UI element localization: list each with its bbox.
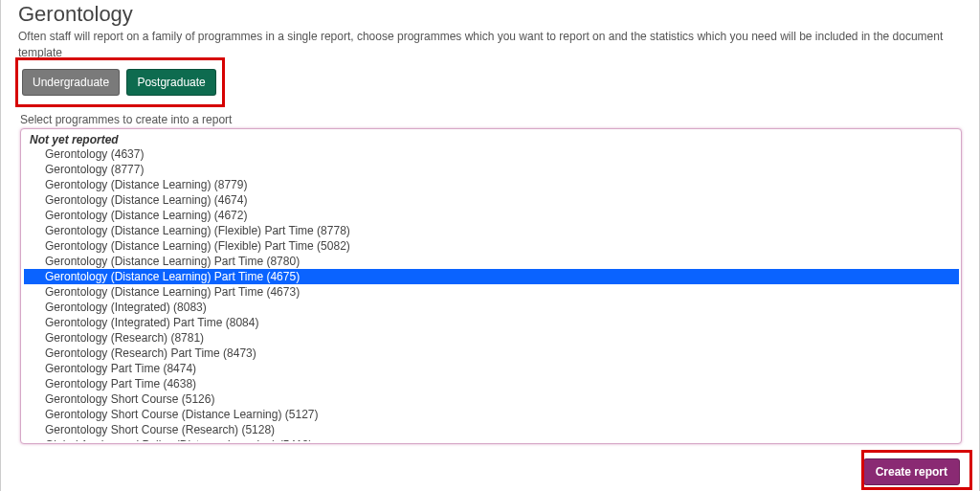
programme-option[interactable]: Gerontology (Integrated) Part Time (8084… [24,315,959,330]
programme-option[interactable]: Gerontology Short Course (5126) [24,391,959,407]
programme-option[interactable]: Gerontology (Distance Learning) (Flexibl… [24,223,959,238]
page-subtitle: Often staff will report on a family of p… [18,29,962,61]
undergraduate-button[interactable]: Undergraduate [22,69,120,96]
programme-option[interactable]: Gerontology (Research) (8781) [24,330,959,346]
create-report-button[interactable]: Create report [863,458,960,485]
programme-option[interactable]: Gerontology Part Time (8474) [24,361,959,376]
programme-option[interactable]: Gerontology (Distance Learning) Part Tim… [24,284,959,300]
programme-option[interactable]: Gerontology (Distance Learning) (4674) [24,192,959,208]
programme-listbox-scroll[interactable]: Not yet reported Gerontology (4637)Geron… [24,131,959,441]
programme-option[interactable]: Gerontology Short Course (Research) (512… [24,422,959,437]
footer-actions: Create report [863,458,964,485]
postgraduate-button[interactable]: Postgraduate [126,69,215,96]
programme-option[interactable]: Gerontology (Distance Learning) (4672) [24,208,959,223]
page-root: Gerontology Often staff will report on a… [0,0,980,491]
programme-option[interactable]: Gerontology (Integrated) (8083) [24,300,959,315]
programme-option[interactable]: Gerontology Part Time (4638) [24,376,959,391]
programme-option[interactable]: Gerontology (Distance Learning) Part Tim… [24,269,959,284]
programme-option[interactable]: Gerontology (8777) [24,162,959,177]
programme-option[interactable]: Gerontology (Distance Learning) (8779) [24,177,959,192]
programme-option[interactable]: Global Ageing and Policy (Distance Learn… [24,437,959,441]
programme-option[interactable]: Gerontology (4637) [24,146,959,162]
programme-option[interactable]: Gerontology (Distance Learning) Part Tim… [24,254,959,269]
page-title: Gerontology [18,0,962,27]
filter-button-row: Undergraduate Postgraduate [22,69,220,96]
programme-option[interactable]: Gerontology (Distance Learning) (Flexibl… [24,238,959,254]
option-group-label: Not yet reported [24,131,959,146]
programme-option[interactable]: Gerontology (Research) Part Time (8473) [24,346,959,361]
programme-select-label: Select programmes to create into a repor… [20,113,232,126]
programme-option[interactable]: Gerontology Short Course (Distance Learn… [24,407,959,422]
programme-listbox[interactable]: Not yet reported Gerontology (4637)Geron… [20,128,962,444]
